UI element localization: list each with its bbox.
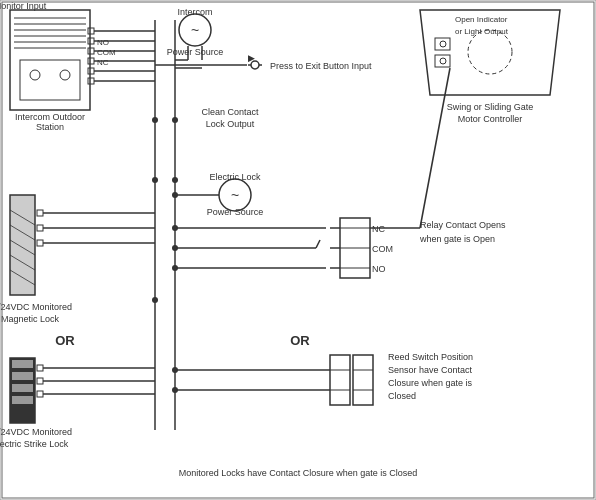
svg-text:12/24VDC Monitored: 12/24VDC Monitored <box>0 427 72 437</box>
svg-rect-65 <box>12 372 33 380</box>
svg-text:Relay Contact Opens: Relay Contact Opens <box>420 220 506 230</box>
svg-text:NO: NO <box>97 38 109 47</box>
svg-text:or Light Output: or Light Output <box>455 27 509 36</box>
svg-text:OR: OR <box>55 333 75 348</box>
svg-text:Intercom: Intercom <box>177 7 212 17</box>
svg-text:COM: COM <box>97 48 116 57</box>
svg-text:COM: COM <box>372 244 393 254</box>
svg-text:NO: NO <box>372 264 386 274</box>
svg-point-79 <box>152 117 158 123</box>
svg-text:Magnetic Lock: Magnetic Lock <box>1 314 60 324</box>
svg-text:when gate is Open: when gate is Open <box>419 234 495 244</box>
svg-point-120 <box>172 367 178 373</box>
svg-rect-64 <box>12 360 33 368</box>
svg-text:▶: ▶ <box>248 53 255 63</box>
svg-text:Reed Switch Position: Reed Switch Position <box>388 352 473 362</box>
svg-point-81 <box>152 297 158 303</box>
svg-text:Sensor have Contact: Sensor have Contact <box>388 365 473 375</box>
wiring-diagram: Monitor Input NO COM NC Intercom Outdoor… <box>0 0 596 500</box>
svg-point-114 <box>172 245 178 251</box>
svg-text:Electric Strike Lock: Electric Strike Lock <box>0 439 69 449</box>
svg-text:NC: NC <box>97 58 109 67</box>
svg-rect-66 <box>12 384 33 392</box>
svg-text:Motor Controller: Motor Controller <box>458 114 523 124</box>
svg-text:Closure when gate is: Closure when gate is <box>388 378 473 388</box>
svg-text:Station: Station <box>36 122 64 132</box>
svg-text:Open Indicator: Open Indicator <box>455 15 508 24</box>
svg-point-121 <box>172 387 178 393</box>
svg-text:Power Source: Power Source <box>207 207 264 217</box>
svg-text:Intercom Outdoor: Intercom Outdoor <box>15 112 85 122</box>
svg-point-113 <box>172 225 178 231</box>
svg-point-82 <box>172 117 178 123</box>
svg-point-115 <box>172 265 178 271</box>
svg-text:Press to Exit Button Input: Press to Exit Button Input <box>270 61 372 71</box>
svg-rect-51 <box>10 195 35 295</box>
svg-text:NC: NC <box>372 224 385 234</box>
svg-rect-67 <box>12 396 33 404</box>
svg-text:~: ~ <box>191 22 199 38</box>
svg-text:OR: OR <box>290 333 310 348</box>
svg-point-80 <box>152 177 158 183</box>
svg-text:Swing or Sliding Gate: Swing or Sliding Gate <box>447 102 534 112</box>
svg-text:Electric Lock: Electric Lock <box>209 172 261 182</box>
svg-text:Closed: Closed <box>388 391 416 401</box>
svg-text:Lock Output: Lock Output <box>206 119 255 129</box>
svg-text:12/24VDC Monitored: 12/24VDC Monitored <box>0 302 72 312</box>
svg-text:Monitored Locks have Contact C: Monitored Locks have Contact Closure whe… <box>179 468 418 478</box>
svg-point-117 <box>172 192 178 198</box>
svg-text:Clean Contact: Clean Contact <box>201 107 259 117</box>
svg-text:~: ~ <box>231 187 239 203</box>
svg-point-83 <box>172 177 178 183</box>
